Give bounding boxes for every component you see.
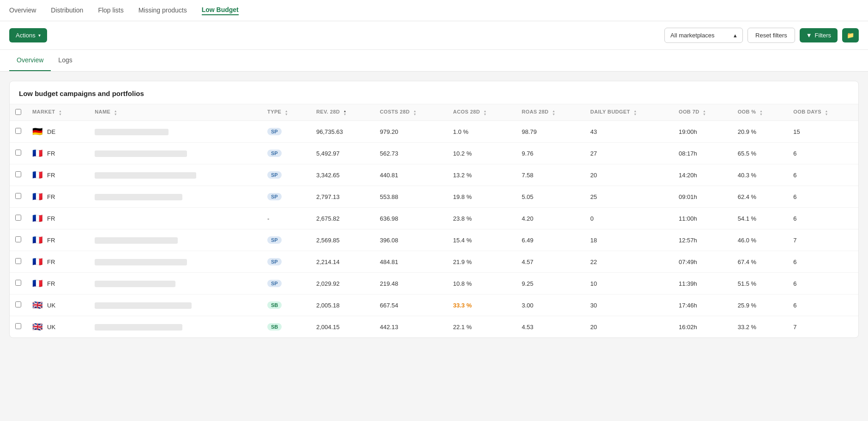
sort-oobpct-icon: ▲▼ <box>760 109 763 116</box>
filters-label: Filters <box>815 32 831 39</box>
row-checkbox[interactable] <box>15 150 21 156</box>
roas28d-cell: 9.25 <box>516 273 585 295</box>
market-cell: 🇫🇷 FR <box>27 208 89 229</box>
row-checkbox-cell[interactable] <box>10 251 27 273</box>
market-code: FR <box>47 193 55 200</box>
th-rev28d[interactable]: REV. 28D ▲▼ <box>311 104 374 121</box>
row-checkbox[interactable] <box>15 128 21 134</box>
row-checkbox[interactable] <box>15 301 21 307</box>
name-cell <box>89 208 262 229</box>
th-market[interactable]: MARKET ▲▼ <box>27 104 89 121</box>
oob7d-cell: 12:57h <box>673 229 732 251</box>
type-badge: SP <box>267 128 282 135</box>
market-cell: 🇩🇪 DE <box>27 121 89 143</box>
costs28d-cell: 396.08 <box>374 229 448 251</box>
select-all-checkbox[interactable] <box>15 109 21 115</box>
tab-overview[interactable]: Overview <box>9 50 51 71</box>
table-row: 🇫🇷 FR SP 2,569.85 396.08 15.4 % 6.49 18 … <box>10 229 858 251</box>
row-checkbox[interactable] <box>15 280 21 286</box>
chevron-down-icon: ▾ <box>38 33 41 38</box>
type-badge: SB <box>267 323 282 331</box>
name-cell <box>89 251 262 273</box>
actions-button[interactable]: Actions ▾ <box>9 28 47 42</box>
market-code: DE <box>47 128 55 135</box>
row-checkbox-cell[interactable] <box>10 229 27 251</box>
nav-low-budget[interactable]: Low Budget <box>202 6 239 15</box>
th-oob7d[interactable]: OOB 7D ▲▼ <box>673 104 732 121</box>
th-acos28d[interactable]: ACOS 28D ▲▼ <box>447 104 516 121</box>
row-checkbox-cell[interactable] <box>10 186 27 208</box>
select-all-header[interactable] <box>10 104 27 121</box>
type-cell: - <box>262 208 311 229</box>
row-checkbox-cell[interactable] <box>10 208 27 229</box>
row-checkbox[interactable] <box>15 258 21 264</box>
th-roas28d[interactable]: ROAS 28D ▲▼ <box>516 104 585 121</box>
chevron-up-icon: ▴ <box>734 32 737 39</box>
acos28d-cell: 1.0 % <box>447 121 516 143</box>
name-cell <box>89 295 262 316</box>
oob7d-cell: 08:17h <box>673 143 732 164</box>
type-cell: SP <box>262 164 311 186</box>
th-dailybudget[interactable]: DAILY BUDGET ▲▼ <box>585 104 673 121</box>
toolbar-left: Actions ▾ <box>9 28 47 42</box>
roas28d-cell: 4.57 <box>516 251 585 273</box>
nav-missing-products[interactable]: Missing products <box>139 6 187 15</box>
table-row: 🇫🇷 FR SP 5,492.97 562.73 10.2 % 9.76 27 … <box>10 143 858 164</box>
row-checkbox-cell[interactable] <box>10 143 27 164</box>
table-header-row: MARKET ▲▼ NAME ▲▼ TYPE ▲▼ REV. 28D ▲▼ <box>10 104 858 121</box>
th-oobdays[interactable]: OOB DAYS ▲▼ <box>788 104 858 121</box>
th-costs28d[interactable]: COSTS 28D ▲▼ <box>374 104 448 121</box>
market-flag: 🇩🇪 <box>32 126 42 137</box>
market-flag: 🇫🇷 <box>32 235 42 245</box>
sort-acos28d-icon: ▲▼ <box>483 109 487 116</box>
row-checkbox-cell[interactable] <box>10 164 27 186</box>
marketplace-label: All marketplaces <box>670 32 714 39</box>
marketplace-dropdown[interactable]: All marketplaces ▴ <box>664 28 743 43</box>
costs28d-cell: 667.54 <box>374 295 448 316</box>
oobdays-cell: 6 <box>788 208 858 229</box>
costs28d-cell: 442.13 <box>374 316 448 338</box>
row-checkbox[interactable] <box>15 236 21 242</box>
row-checkbox-cell[interactable] <box>10 295 27 316</box>
row-checkbox[interactable] <box>15 215 21 221</box>
table-row: 🇬🇧 UK SB 2,005.18 667.54 33.3 % 3.00 30 … <box>10 295 858 316</box>
oob7d-cell: 11:00h <box>673 208 732 229</box>
row-checkbox[interactable] <box>15 193 21 199</box>
dailybudget-cell: 10 <box>585 273 673 295</box>
sort-dailybudget-icon: ▲▼ <box>633 109 637 116</box>
market-flag: 🇫🇷 <box>32 192 42 202</box>
oob7d-cell: 09:01h <box>673 186 732 208</box>
roas28d-cell: 9.76 <box>516 143 585 164</box>
market-code: UK <box>47 302 55 309</box>
row-checkbox[interactable] <box>15 171 21 177</box>
th-name[interactable]: NAME ▲▼ <box>89 104 262 121</box>
acos28d-cell: 23.8 % <box>447 208 516 229</box>
dailybudget-cell: 0 <box>585 208 673 229</box>
acos28d-cell: 10.8 % <box>447 273 516 295</box>
row-checkbox-cell[interactable] <box>10 121 27 143</box>
nav-overview[interactable]: Overview <box>9 6 36 15</box>
oobdays-cell: 6 <box>788 164 858 186</box>
oobpct-cell: 40.3 % <box>732 164 788 186</box>
market-cell: 🇫🇷 FR <box>27 273 89 295</box>
market-code: FR <box>47 259 55 265</box>
rev28d-cell: 2,029.92 <box>311 273 374 295</box>
folder-button[interactable]: 📁 <box>842 28 859 42</box>
filters-button[interactable]: ▼ Filters <box>800 28 838 42</box>
table-row: 🇩🇪 DE SP 96,735.63 979.20 1.0 % 98.79 43… <box>10 121 858 143</box>
market-code: FR <box>47 172 55 179</box>
tab-logs[interactable]: Logs <box>51 50 79 71</box>
oobdays-cell: 6 <box>788 295 858 316</box>
row-checkbox[interactable] <box>15 323 21 329</box>
market-cell: 🇫🇷 FR <box>27 143 89 164</box>
dailybudget-cell: 18 <box>585 229 673 251</box>
nav-flop-lists[interactable]: Flop lists <box>98 6 123 15</box>
market-flag: 🇫🇷 <box>32 257 42 267</box>
row-checkbox-cell[interactable] <box>10 273 27 295</box>
reset-filters-button[interactable]: Reset filters <box>747 28 795 43</box>
th-oobpct[interactable]: OOB % ▲▼ <box>732 104 788 121</box>
th-type[interactable]: TYPE ▲▼ <box>262 104 311 121</box>
market-flag: 🇫🇷 <box>32 213 42 223</box>
row-checkbox-cell[interactable] <box>10 316 27 338</box>
nav-distribution[interactable]: Distribution <box>51 6 83 15</box>
